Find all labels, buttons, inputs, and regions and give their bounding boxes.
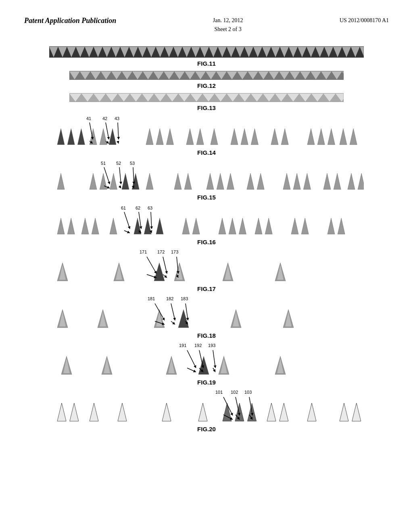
header-center: Jan. 12, 2012 Sheet 2 of 3 <box>213 16 243 34</box>
fig16-canvas <box>49 216 364 236</box>
fig19-ref-label-191: 191 <box>179 343 186 348</box>
fig17-ref-label-173: 173 <box>171 249 178 254</box>
fig11-label: FIG.11 <box>197 60 216 67</box>
fig17-ref-label-172: 172 <box>157 249 165 254</box>
fig19-canvas <box>49 354 364 376</box>
fig16-ref-label-62: 62 <box>136 206 140 210</box>
fig12-block: FIG.12 <box>24 71 389 91</box>
fig15-ref-label-51: 51 <box>101 161 106 166</box>
fig16-block: 616263FIG.16 <box>24 205 389 247</box>
page: Patent Application Publication Jan. 12, … <box>0 0 413 532</box>
publication-label: Patent Application Publication <box>24 16 116 25</box>
fig20-ref-label-102: 102 <box>231 390 238 395</box>
fig15-canvas <box>49 171 364 191</box>
fig17-canvas <box>49 261 364 283</box>
fig20-label: FIG.20 <box>197 426 216 432</box>
fig13-block: FIG.13 <box>24 93 389 113</box>
fig19-label: FIG.19 <box>197 379 216 386</box>
figures-container: FIG.11FIG.12FIG.13414243FIG.14515253FIG.… <box>24 46 389 436</box>
fig19-ref-label-192: 192 <box>194 343 202 348</box>
fig14-canvas <box>49 127 364 147</box>
fig16-ref-label-63: 63 <box>148 206 152 210</box>
fig11-block: FIG.11 <box>24 46 389 69</box>
fig12-canvas <box>69 71 344 80</box>
fig20-block: 101102103FIG.20 <box>24 390 389 434</box>
fig14-ref-label-41: 41 <box>86 116 91 121</box>
fig14-ref-label-42: 42 <box>102 116 107 121</box>
fig13-label: FIG.13 <box>197 104 216 111</box>
fig18-label: FIG.18 <box>197 332 216 339</box>
fig18-canvas <box>49 308 364 330</box>
header: Patent Application Publication Jan. 12, … <box>24 16 389 34</box>
header-sheet: Sheet 2 of 3 <box>214 26 241 32</box>
fig17-block: 171172173FIG.17 <box>24 249 389 294</box>
fig15-label: FIG.15 <box>197 194 216 201</box>
fig20-ref-label-101: 101 <box>215 390 223 395</box>
fig15-block: 515253FIG.15 <box>24 160 389 202</box>
fig15-ref-label-52: 52 <box>116 161 121 166</box>
patent-number: US 2012/0008170 A1 <box>340 16 389 25</box>
fig20-canvas <box>49 401 364 423</box>
fig17-label: FIG.17 <box>197 285 216 292</box>
fig13-canvas <box>69 93 344 102</box>
fig15-ref-label-53: 53 <box>130 161 135 166</box>
fig16-label: FIG.16 <box>197 239 216 245</box>
fig16-ref-label-61: 61 <box>121 206 126 210</box>
fig14-label: FIG.14 <box>197 149 216 156</box>
fig18-ref-label-181: 181 <box>148 296 155 301</box>
fig18-ref-label-182: 182 <box>166 296 173 301</box>
fig19-ref-label-193: 193 <box>208 343 215 348</box>
fig18-block: 181182183FIG.18 <box>24 296 389 341</box>
fig14-block: 414243FIG.14 <box>24 115 389 158</box>
fig18-ref-label-183: 183 <box>181 296 188 301</box>
fig12-label: FIG.12 <box>197 82 216 89</box>
fig20-ref-label-103: 103 <box>244 390 252 395</box>
fig11-canvas <box>49 46 364 58</box>
fig17-ref-label-171: 171 <box>140 249 147 254</box>
fig14-ref-label-43: 43 <box>115 116 119 121</box>
header-date: Jan. 12, 2012 <box>213 17 243 23</box>
fig19-block: 191192193FIG.19 <box>24 343 389 387</box>
